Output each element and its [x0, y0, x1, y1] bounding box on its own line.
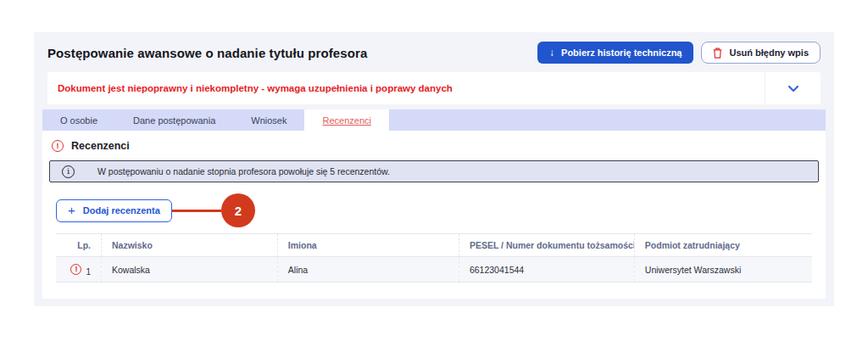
reviewers-table: Lp. Nazwisko Imiona PESEL / Numer dokume…	[56, 233, 812, 283]
column-header-podmiot: Podmiot zatrudniający	[634, 234, 812, 257]
download-icon: ↓	[549, 47, 554, 59]
cell-podmiot: Uniwersytet Warszawski	[634, 257, 812, 283]
procedure-card: Postępowanie awansowe o nadanie tytułu p…	[34, 32, 834, 306]
alert-message: Dokument jest niepoprawny i niekompletny…	[47, 72, 765, 104]
info-box: i W postępowaniu o nadanie stopnia profe…	[49, 160, 819, 182]
download-button-label: Pobierz historię techniczną	[561, 48, 682, 58]
tab-recenzenci[interactable]: Recenzenci	[304, 109, 388, 131]
actions-row: + Dodaj recenzenta 2	[56, 193, 812, 227]
row-error-icon: !	[70, 264, 81, 275]
tab-wniosek[interactable]: Wniosek	[233, 109, 304, 131]
row-number: 1	[86, 267, 91, 277]
download-technical-history-button[interactable]: ↓ Pobierz historię techniczną	[537, 42, 693, 64]
column-header-nazwisko: Nazwisko	[102, 234, 278, 257]
column-header-pesel: PESEL / Numer dokumentu tożsamości	[459, 234, 634, 257]
add-reviewer-button[interactable]: + Dodaj recenzenta	[56, 199, 172, 222]
section-error-icon: !	[52, 140, 64, 152]
add-reviewer-label: Dodaj recenzenta	[83, 205, 160, 215]
column-header-lp: Lp.	[56, 234, 102, 257]
delete-invalid-entry-button[interactable]: Usuń błędny wpis	[701, 42, 821, 64]
info-icon: i	[62, 165, 75, 178]
trash-icon	[713, 48, 722, 59]
annotation-step-badge: 2	[221, 193, 255, 227]
alert-expand-toggle[interactable]	[765, 72, 821, 104]
cell-nazwisko: Kowalska	[102, 257, 278, 283]
annotation-line	[172, 210, 221, 212]
table-header-row: Lp. Nazwisko Imiona PESEL / Numer dokume…	[56, 234, 812, 257]
tab-dane-postepowania[interactable]: Dane postępowania	[115, 109, 233, 131]
table-row[interactable]: ! 1 Kowalska Alina 66123041544 Uniwersyt…	[56, 257, 812, 283]
chevron-down-icon	[787, 85, 799, 92]
tab-bar: O osobie Dane postępowania Wniosek Recen…	[42, 109, 826, 131]
section-heading: ! Recenzenci	[42, 131, 826, 160]
page-title: Postępowanie awansowe o nadanie tytułu p…	[47, 46, 367, 60]
header-actions: ↓ Pobierz historię techniczną Usuń błędn…	[537, 42, 821, 64]
info-text: W postępowaniu o nadanie stopnia profeso…	[97, 166, 390, 176]
plus-icon: +	[68, 203, 75, 217]
cell-lp: ! 1	[56, 257, 102, 283]
document-error-accordion[interactable]: Dokument jest niepoprawny i niekompletny…	[47, 72, 821, 104]
column-header-imiona: Imiona	[277, 234, 459, 257]
card-header: Postępowanie awansowe o nadanie tytułu p…	[34, 32, 834, 72]
cell-imiona: Alina	[277, 257, 459, 283]
cell-pesel: 66123041544	[459, 257, 634, 283]
content-panel: O osobie Dane postępowania Wniosek Recen…	[42, 109, 826, 299]
delete-button-label: Usuń błędny wpis	[729, 48, 809, 58]
tab-o-osobie[interactable]: O osobie	[42, 109, 115, 131]
section-title: Recenzenci	[71, 140, 130, 152]
